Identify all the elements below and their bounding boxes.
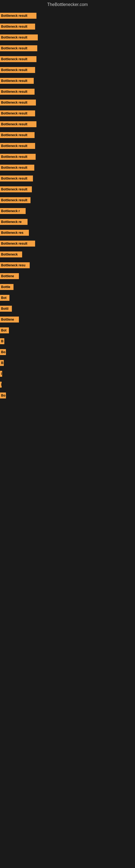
bar-item: Bottleneck result (0, 143, 35, 149)
bar-label: Bo (1, 394, 5, 397)
bar-label: Bottleneck result (1, 14, 27, 18)
bar-item: Bottleneck (0, 251, 22, 257)
bar-item: Bottleneck resu (0, 262, 30, 268)
bar-row: Bo (0, 392, 135, 399)
bar-item: B (0, 360, 4, 366)
bar-row: I (0, 381, 135, 389)
bar-item: Bottleneck result (0, 13, 37, 19)
bar-item: Bottl (0, 306, 12, 312)
bar-item: Bottleneck result (0, 34, 38, 40)
bar-item: Bottleneck result (0, 186, 32, 192)
bar-row: Bottleneck result (0, 99, 135, 106)
bar-label: Bottleneck result (1, 46, 27, 50)
bar-label: Bottleneck result (1, 122, 27, 126)
bar-item: Bottleneck result (0, 56, 37, 62)
bar-label: Bottleneck result (1, 25, 27, 29)
bar-row: Bottlene (0, 316, 135, 323)
bar-item: Bottleneck result (0, 197, 31, 203)
bar-label: Bottleneck res (1, 231, 24, 235)
bar-row: Bottleneck result (0, 164, 135, 172)
bar-item: Bottleneck r (0, 208, 26, 214)
bar-label: Bottleneck re (1, 220, 21, 224)
bar-item: I (0, 382, 2, 388)
bar-item: Bottlene (0, 273, 19, 279)
bar-label: B (1, 361, 3, 365)
bar-row: Bottleneck res (0, 229, 135, 237)
bar-label: Bottleneck result (1, 112, 27, 115)
bars-container: Bottleneck resultBottleneck resultBottle… (0, 9, 135, 405)
bar-row: Bottleneck result (0, 153, 135, 161)
bar-item: Bottleneck result (0, 154, 36, 160)
bar-item: Bottleneck result (0, 99, 36, 105)
bar-row: I (0, 370, 135, 378)
bar-label: Bottleneck result (1, 35, 27, 39)
bar-item: Bottleneck result (0, 241, 35, 247)
bar-row: Bottleneck result (0, 120, 135, 128)
bar-label: Bo (1, 350, 5, 354)
bar-label: Bottleneck resu (1, 264, 26, 267)
bar-row: Bottleneck result (0, 66, 135, 74)
bar-item: Bottleneck re (0, 219, 28, 225)
bar-row: Bottleneck result (0, 110, 135, 117)
bar-label: Bottleneck result (1, 144, 27, 148)
bar-row: Bottleneck result (0, 34, 135, 41)
bar-row: Bottleneck result (0, 196, 135, 204)
bar-row: Bottleneck (0, 251, 135, 258)
bar-row: Bottleneck result (0, 55, 135, 63)
bar-label: Bottleneck result (1, 242, 27, 246)
bar-label: Bottleneck result (1, 90, 27, 94)
bar-label: Bottleneck result (1, 68, 27, 72)
bar-label: Bottleneck result (1, 187, 27, 191)
bar-item: Bottlene (0, 316, 19, 322)
bar-item: Bo (0, 349, 6, 355)
bar-row: Bottlene (0, 272, 135, 280)
bar-label: Bot (1, 296, 6, 300)
bar-row: Bottleneck result (0, 142, 135, 150)
bar-row: Bottleneck result (0, 240, 135, 247)
bar-item: I (0, 371, 2, 377)
bar-label: Bottl (1, 307, 8, 311)
bar-item: Bottleneck result (0, 67, 35, 73)
bar-label: Bottleneck (1, 252, 17, 256)
bar-row: Bottleneck result (0, 12, 135, 20)
site-title: TheBottlenecker.com (0, 0, 135, 9)
bar-item: Bot (0, 295, 9, 301)
bar-row: Bottle (0, 283, 135, 291)
bar-row: Bot (0, 294, 135, 302)
bar-label: Bottleneck result (1, 79, 27, 83)
bar-row: Bot (0, 327, 135, 334)
bar-item: Bottleneck result (0, 24, 35, 30)
bar-item: Bot (0, 328, 9, 333)
bar-item: Bottleneck result (0, 132, 35, 138)
bar-label: Bottleneck result (1, 166, 27, 169)
bar-label: I (1, 372, 2, 376)
bar-row: Bottleneck result (0, 186, 135, 193)
bar-item: Bottleneck res (0, 230, 29, 236)
bar-item: Bottleneck result (0, 89, 35, 95)
bar-row: Bottl (0, 305, 135, 312)
bar-row: Bottleneck result (0, 23, 135, 30)
bar-item: Bottleneck result (0, 78, 34, 84)
bar-item: Bottleneck result (0, 176, 33, 182)
bar-label: Bottleneck result (1, 101, 27, 104)
bar-row: B (0, 337, 135, 345)
bar-row: Bottleneck result (0, 77, 135, 85)
bar-label: B (1, 339, 3, 343)
bar-row: Bo (0, 348, 135, 356)
bar-row: Bottleneck r (0, 207, 135, 215)
bar-row: Bottleneck result (0, 175, 135, 182)
bar-item: Bottleneck result (0, 121, 37, 127)
bar-label: Bot (1, 329, 6, 332)
bar-item: Bo (0, 393, 6, 399)
bar-label: Bottlene (1, 318, 14, 321)
bar-row: Bottleneck resu (0, 261, 135, 269)
bar-item: Bottleneck result (0, 165, 34, 170)
bar-label: I (1, 383, 2, 386)
bar-item: Bottle (0, 284, 13, 290)
bar-row: Bottleneck re (0, 218, 135, 226)
bar-label: Bottleneck result (1, 57, 27, 61)
bar-label: Bottleneck result (1, 133, 27, 137)
bar-item: Bottleneck result (0, 45, 37, 51)
bar-row: Bottleneck result (0, 131, 135, 139)
bar-item: Bottleneck result (0, 111, 35, 116)
